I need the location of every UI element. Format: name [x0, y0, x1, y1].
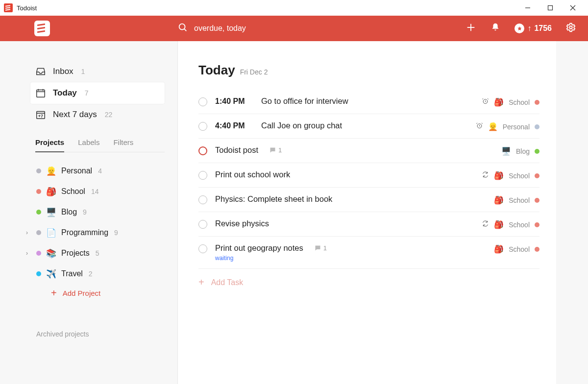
task-project-label: Personal: [503, 123, 530, 131]
nav-next7days[interactable]: +7 Next 7 days 22: [30, 104, 165, 125]
add-project-button[interactable]: + Add Project: [35, 288, 165, 299]
task-row[interactable]: Physics: Complete sheet in book🎒School: [198, 188, 539, 212]
karma-score[interactable]: ↑ 1756: [514, 24, 552, 33]
task-project-label: School: [509, 221, 530, 229]
task-time: 1:40 PM: [215, 97, 250, 106]
window-title: Todoist: [17, 4, 37, 12]
app-header: ↑ 1756: [0, 16, 588, 41]
project-emoji-icon: 🎒: [46, 187, 56, 197]
page-title: Today: [198, 63, 235, 78]
svg-line-5: [184, 29, 186, 31]
task-checkbox[interactable]: [198, 97, 207, 106]
plus-icon: +: [51, 288, 57, 299]
alarm-icon: [482, 97, 489, 107]
page-header: Today Fri Dec 2: [198, 63, 539, 78]
chevron-right-icon: ›: [23, 250, 31, 257]
project-emoji-icon: ✈️: [46, 269, 56, 279]
nav-next7days-label: Next 7 days: [53, 110, 97, 120]
task-row[interactable]: 4:40 PMCall Joe on group chat👱Personal: [198, 114, 539, 139]
project-emoji-icon: 🎒: [494, 171, 504, 180]
task-meta: 👱Personal: [476, 122, 539, 131]
maximize-button[interactable]: [539, 0, 562, 16]
next7days-icon: +7: [35, 109, 46, 120]
task-project-dot: [535, 100, 539, 105]
task-body: Print out school work: [215, 170, 474, 179]
project-item[interactable]: ›📄Programming9: [20, 223, 165, 242]
project-emoji-icon: 📄: [46, 228, 56, 238]
karma-value: 1756: [534, 24, 552, 33]
project-item[interactable]: 🖥️Blog9: [20, 202, 165, 222]
task-meta: 🖥️Blog: [501, 146, 539, 156]
header-logo-icon[interactable]: [34, 21, 50, 36]
project-name: School: [61, 187, 85, 196]
project-count: 2: [89, 270, 93, 278]
minimize-button[interactable]: [516, 0, 539, 16]
search-input[interactable]: [194, 24, 351, 33]
inbox-icon: [35, 66, 46, 77]
project-emoji-icon: 👱: [488, 122, 498, 131]
project-name: Blog: [61, 208, 77, 216]
task-project-dot: [535, 198, 539, 203]
task-checkbox[interactable]: [198, 244, 207, 253]
task-comments[interactable]: 1: [314, 244, 327, 252]
project-emoji-icon: 👱: [46, 166, 56, 176]
task-title: Print out geograpy notes: [215, 243, 303, 253]
task-meta: 🎒School: [482, 171, 539, 180]
app-body: Inbox 1 Today 7 +7 Next 7 days 22 Projec…: [0, 41, 588, 384]
add-task-button[interactable]: + Add Task: [198, 269, 539, 288]
task-comments[interactable]: 1: [269, 146, 282, 154]
project-name: Personal: [61, 167, 92, 175]
task-project-label: School: [509, 196, 530, 204]
main-area: Today Fri Dec 2 1:40 PMGo to office for …: [178, 41, 588, 384]
search-box[interactable]: [177, 22, 383, 35]
page-subtitle: Fri Dec 2: [240, 68, 268, 76]
nav-inbox-label: Inbox: [53, 67, 74, 76]
quick-add-button[interactable]: [466, 22, 476, 35]
svg-point-8: [569, 26, 572, 29]
nav-today[interactable]: Today 7: [30, 82, 165, 104]
tab-labels[interactable]: Labels: [78, 138, 99, 152]
tab-filters[interactable]: Filters: [113, 138, 133, 152]
project-count: 9: [83, 208, 87, 216]
settings-button[interactable]: [565, 22, 576, 35]
task-meta: 🎒School: [494, 195, 539, 205]
project-item[interactable]: 👱Personal4: [20, 161, 165, 181]
svg-rect-1: [548, 6, 553, 10]
task-row[interactable]: 1:40 PMGo to office for interview🎒School: [198, 90, 539, 114]
archived-projects-link[interactable]: Archived projects: [35, 330, 165, 338]
svg-point-4: [179, 24, 185, 30]
task-project-label: School: [509, 245, 530, 253]
task-row[interactable]: Todoist post1🖥️Blog: [198, 139, 539, 163]
task-row[interactable]: Print out geograpy notes1waiting🎒School: [198, 237, 539, 269]
project-item[interactable]: ✈️Travel2: [20, 264, 165, 284]
project-item[interactable]: 🎒School14: [20, 182, 165, 201]
task-checkbox[interactable]: [198, 146, 207, 155]
header-actions: ↑ 1756: [466, 22, 576, 35]
nav-inbox[interactable]: Inbox 1: [30, 61, 165, 82]
task-list: 1:40 PMGo to office for interview🎒School…: [198, 90, 539, 269]
recurring-icon: [482, 171, 489, 180]
recurring-icon: [482, 220, 489, 229]
task-project-label: School: [509, 98, 530, 106]
task-checkbox[interactable]: [198, 171, 207, 180]
notifications-button[interactable]: [490, 22, 501, 35]
project-color-dot: [36, 230, 41, 235]
karma-up-arrow-icon: ↑: [527, 24, 531, 33]
task-body: Print out geograpy notes1waiting: [215, 243, 486, 262]
task-label[interactable]: waiting: [215, 255, 486, 262]
task-checkbox[interactable]: [198, 195, 207, 204]
project-color-dot: [36, 168, 41, 173]
task-checkbox[interactable]: [198, 122, 207, 131]
svg-rect-9: [37, 90, 45, 97]
window-controls: [516, 0, 584, 16]
tab-projects[interactable]: Projects: [35, 138, 64, 152]
sidebar: Inbox 1 Today 7 +7 Next 7 days 22 Projec…: [0, 41, 178, 384]
task-checkbox[interactable]: [198, 220, 207, 229]
close-button[interactable]: [562, 0, 584, 16]
task-row[interactable]: Revise physics🎒School: [198, 212, 539, 237]
main-panel: Today Fri Dec 2 1:40 PMGo to office for …: [178, 41, 556, 384]
project-item[interactable]: ›📚Projects5: [20, 243, 165, 263]
comment-count: 1: [323, 244, 327, 252]
project-emoji-icon: 🎒: [494, 244, 504, 254]
task-row[interactable]: Print out school work🎒School: [198, 163, 539, 188]
